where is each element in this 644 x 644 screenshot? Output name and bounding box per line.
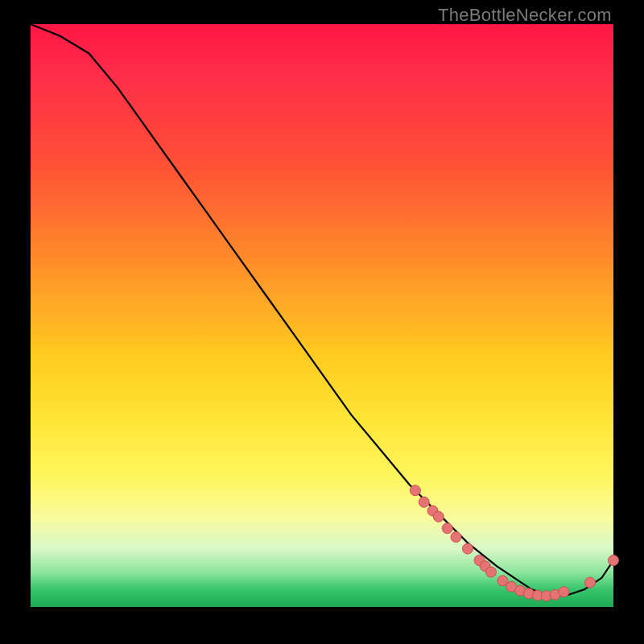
bottleneck-curve: [31, 24, 613, 596]
data-marker: [559, 587, 569, 597]
data-marker: [433, 511, 444, 522]
plot-area: [31, 24, 613, 607]
marker-group: [410, 485, 618, 601]
watermark-text: TheBottleNecker.com: [438, 5, 612, 26]
data-marker: [419, 497, 429, 507]
data-marker: [410, 485, 420, 496]
chart-svg: [31, 24, 613, 607]
data-marker: [585, 577, 596, 588]
data-marker: [486, 567, 497, 577]
data-marker: [451, 532, 461, 543]
data-marker: [442, 523, 452, 534]
data-marker: [463, 543, 473, 554]
chart-stage: TheBottleNecker.com: [0, 0, 644, 644]
data-marker: [609, 555, 619, 566]
